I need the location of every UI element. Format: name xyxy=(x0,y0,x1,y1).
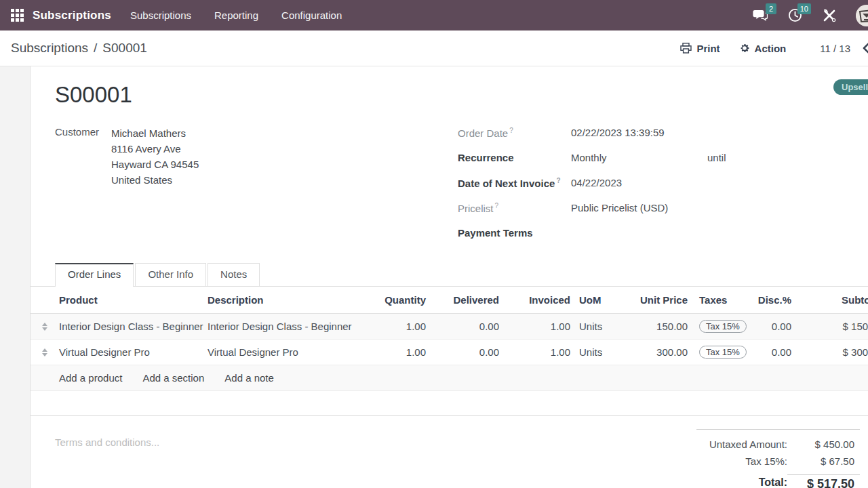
recurrence-field[interactable]: Monthly xyxy=(571,150,707,163)
pager-count: 11 / 13 xyxy=(820,43,850,54)
terms-and-conditions-field[interactable]: Terms and conditions... xyxy=(31,429,695,488)
tax-tag[interactable]: Tax 15% xyxy=(699,320,747,333)
drag-handle-icon[interactable] xyxy=(42,348,47,357)
payment-terms-field[interactable] xyxy=(571,226,707,227)
field-row: Order Date? 02/22/2023 13:39:59 xyxy=(458,125,868,150)
col-invoiced: Invoiced xyxy=(505,294,576,306)
breadcrumb-separator: / xyxy=(94,41,97,56)
drag-handle-icon[interactable] xyxy=(42,323,47,331)
total-row: Total: $ 517.50 xyxy=(696,472,860,488)
menu-configuration[interactable]: Configuration xyxy=(281,9,342,21)
gear-icon xyxy=(739,43,750,54)
chevron-left-icon xyxy=(861,41,868,55)
col-delivered: Delivered xyxy=(431,294,505,306)
add-section-link[interactable]: Add a section xyxy=(142,372,204,384)
cell-disc[interactable]: 0.00 xyxy=(747,321,797,332)
apps-menu-button[interactable] xyxy=(8,7,26,24)
totals-panel: Untaxed Amount: $ 450.00 Tax 15%: $ 67.5… xyxy=(696,429,860,488)
payment-terms-label: Payment Terms xyxy=(458,226,571,239)
cell-disc[interactable]: 0.00 xyxy=(747,346,797,358)
customer-address-line: 8116 Avery Ave xyxy=(111,141,199,157)
tab-other-info[interactable]: Other Info xyxy=(135,263,206,286)
cell-description[interactable]: Interior Design Class - Beginner xyxy=(204,321,367,332)
order-lines-table: Product Description Quantity Delivered I… xyxy=(31,287,868,416)
cell-delivered[interactable]: 0.00 xyxy=(431,321,505,332)
customer-address-line: Hayward CA 94545 xyxy=(111,157,199,172)
breadcrumb: Subscriptions / S00001 xyxy=(11,41,147,56)
messages-button[interactable]: 2 xyxy=(752,7,768,24)
cell-uom[interactable]: Units xyxy=(576,321,631,332)
tax-row: Tax 15%: $ 67.50 xyxy=(696,453,860,470)
pricelist-label: Pricelist? xyxy=(458,201,571,214)
top-menu-bar: Subscriptions Reporting Configuration xyxy=(130,9,342,21)
cell-unit-price[interactable]: 300.00 xyxy=(631,346,693,358)
tab-order-lines[interactable]: Order Lines xyxy=(55,263,134,287)
col-uom: UoM xyxy=(576,294,631,306)
next-invoice-date-field[interactable]: 04/22/2023 xyxy=(571,176,707,188)
cell-unit-price[interactable]: 150.00 xyxy=(631,321,693,332)
col-description: Description xyxy=(204,294,367,306)
help-icon: ? xyxy=(509,127,513,134)
cell-subtotal: $ 300.00 xyxy=(797,346,868,358)
print-button[interactable]: Print xyxy=(680,43,719,54)
cell-product[interactable]: Virtual Designer Pro xyxy=(59,346,204,358)
app-name: Subscriptions xyxy=(33,9,111,22)
add-product-link[interactable]: Add a product xyxy=(59,372,122,384)
form-sheet: Upselling S00001 Customer Michael Mather… xyxy=(30,66,868,488)
activities-button[interactable]: 10 xyxy=(787,7,803,24)
top-navbar: Subscriptions Subscriptions Reporting Co… xyxy=(0,0,868,30)
cell-delivered[interactable]: 0.00 xyxy=(431,346,505,358)
total-label: Total: xyxy=(696,476,787,488)
tab-notes[interactable]: Notes xyxy=(208,263,260,286)
menu-subscriptions[interactable]: Subscriptions xyxy=(130,9,191,21)
action-button[interactable]: Action xyxy=(739,43,787,54)
order-date-field[interactable]: 02/22/2023 13:39:59 xyxy=(571,125,707,138)
cell-description[interactable]: Virtual Designer Pro xyxy=(204,346,367,358)
order-line-row: Interior Design Class - Beginner Interio… xyxy=(31,314,868,340)
cell-quantity[interactable]: 1.00 xyxy=(367,346,431,358)
notebook-tabs: Order Lines Other Info Notes xyxy=(31,263,868,287)
add-note-link[interactable]: Add a note xyxy=(224,372,274,384)
debug-tools-button[interactable] xyxy=(821,7,837,24)
untaxed-amount-value: $ 450.00 xyxy=(787,439,860,450)
field-row: Pricelist? Public Pricelist (USD) xyxy=(458,201,868,226)
cell-product[interactable]: Interior Design Class - Beginner xyxy=(59,321,204,332)
customer-name-field[interactable]: Michael Mathers xyxy=(111,125,199,141)
messages-count-badge: 2 xyxy=(766,3,776,14)
pager: 11 / 13 xyxy=(820,41,868,55)
tax-tag[interactable]: Tax 15% xyxy=(699,346,747,359)
help-icon: ? xyxy=(495,202,499,209)
order-line-row: Virtual Designer Pro Virtual Designer Pr… xyxy=(31,340,868,365)
menu-reporting[interactable]: Reporting xyxy=(214,9,258,21)
table-bottom-spacer xyxy=(31,391,868,416)
untaxed-amount-row: Untaxed Amount: $ 450.00 xyxy=(696,436,860,453)
customer-label: Customer xyxy=(55,125,111,251)
tax-label: Tax 15%: xyxy=(696,455,787,467)
tax-value: $ 67.50 xyxy=(787,455,860,467)
order-date-label: Order Date? xyxy=(458,125,571,139)
cell-invoiced[interactable]: 1.00 xyxy=(505,321,576,332)
next-invoice-date-label: Date of Next Invoice? xyxy=(458,176,571,189)
untaxed-amount-label: Untaxed Amount: xyxy=(696,439,787,450)
apps-grid-icon xyxy=(11,9,24,22)
cell-invoiced[interactable]: 1.00 xyxy=(505,346,576,358)
cell-uom[interactable]: Units xyxy=(576,346,631,358)
breadcrumb-subscriptions-link[interactable]: Subscriptions xyxy=(11,41,88,56)
table-header-row: Product Description Quantity Delivered I… xyxy=(31,287,868,314)
stage-badge: Upselling xyxy=(833,79,868,95)
col-disc: Disc.% xyxy=(747,294,797,306)
tools-icon xyxy=(822,8,837,23)
field-row: Recurrence Monthly until xyxy=(458,150,868,176)
user-avatar[interactable] xyxy=(856,5,868,26)
pager-previous-button[interactable] xyxy=(861,41,868,55)
pricelist-field[interactable]: Public Pricelist (USD) xyxy=(571,201,707,214)
action-label: Action xyxy=(755,43,787,54)
field-row: Date of Next Invoice? 04/22/2023 xyxy=(458,176,868,201)
col-quantity: Quantity xyxy=(367,294,431,306)
control-panel: Subscriptions / S00001 Print Action 11 /… xyxy=(0,30,868,66)
cell-quantity[interactable]: 1.00 xyxy=(367,321,431,332)
record-title[interactable]: S00001 xyxy=(31,80,868,110)
printer-icon xyxy=(680,43,692,54)
col-product: Product xyxy=(59,294,204,306)
field-row: Payment Terms xyxy=(458,226,868,251)
